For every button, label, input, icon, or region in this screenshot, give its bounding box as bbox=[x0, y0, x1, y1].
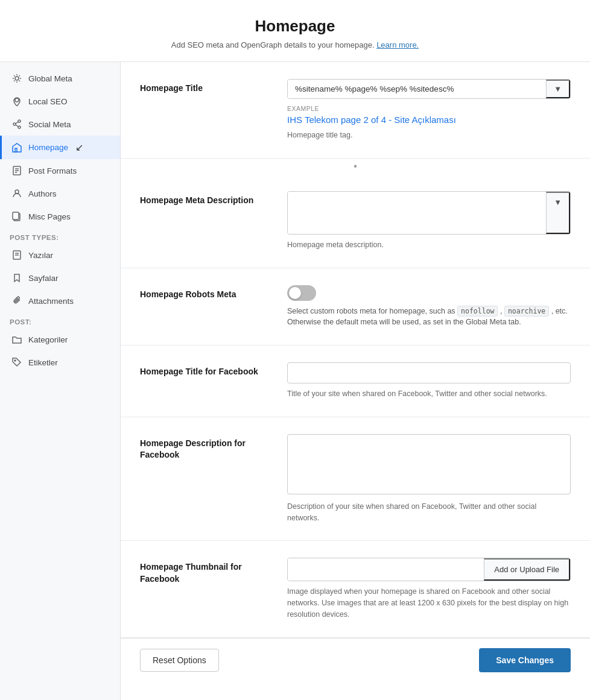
homepage-title-dropdown-btn[interactable]: ▼ bbox=[546, 80, 570, 98]
document2-icon bbox=[11, 250, 22, 260]
sidebar-item-authors[interactable]: Authors bbox=[0, 182, 120, 205]
homepage-title-section: Homepage Title ▼ EXAMPLE IHS Telekom pag… bbox=[121, 62, 590, 159]
homepage-fb-title-label: Homepage Title for Facebook bbox=[140, 367, 258, 376]
svg-point-2 bbox=[18, 120, 21, 122]
main-layout: Global Meta Local SEO Soc bbox=[0, 62, 590, 700]
homepage-title-input-group: ▼ bbox=[287, 79, 571, 99]
svg-point-18 bbox=[14, 360, 16, 361]
gear-icon bbox=[11, 73, 22, 84]
homepage-robots-meta-section: Homepage Robots Meta Select custom robot… bbox=[121, 268, 590, 346]
sidebar-label-etiketler: Etiketler bbox=[28, 358, 58, 367]
sidebar-label-post-formats: Post Formats bbox=[28, 166, 77, 175]
learn-more-link[interactable]: Learn more. bbox=[376, 40, 419, 49]
homepage-thumbnail-description: Image displayed when your homepage is sh… bbox=[287, 586, 571, 620]
sidebar-item-kategoriler[interactable]: Kategoriler bbox=[0, 328, 120, 351]
homepage-thumbnail-control: Add or Upload File Image displayed when … bbox=[287, 558, 571, 620]
page-subtitle: Add SEO meta and OpenGraph details to yo… bbox=[12, 40, 578, 49]
sidebar-label-attachments: Attachments bbox=[28, 297, 74, 306]
bookmark-icon bbox=[11, 273, 22, 283]
add-upload-file-button[interactable]: Add or Upload File bbox=[484, 558, 570, 581]
homepage-meta-desc-input-group: ▼ bbox=[287, 191, 571, 235]
sidebar-item-misc-pages[interactable]: Misc Pages bbox=[0, 205, 120, 228]
homepage-fb-title-label-col: Homepage Title for Facebook bbox=[140, 362, 273, 378]
toggle-thumb bbox=[289, 287, 301, 299]
home-icon bbox=[11, 142, 22, 153]
sidebar-item-attachments[interactable]: Attachments bbox=[0, 289, 120, 312]
document-icon bbox=[11, 165, 22, 176]
homepage-fb-desc-label: Homepage Description for Facebook bbox=[140, 438, 246, 460]
homepage-robots-label-col: Homepage Robots Meta bbox=[140, 285, 273, 301]
person-icon bbox=[11, 188, 22, 199]
robots-meta-toggle[interactable] bbox=[287, 285, 316, 301]
homepage-fb-title-section: Homepage Title for Facebook Title of you… bbox=[121, 345, 590, 417]
homepage-title-control: ▼ EXAMPLE IHS Telekom page 2 of 4 - Site… bbox=[287, 79, 571, 141]
dot-separator: • bbox=[121, 159, 590, 174]
attachment-icon bbox=[11, 295, 22, 306]
homepage-meta-desc-textarea[interactable] bbox=[288, 192, 546, 234]
homepage-thumbnail-section: Homepage Thumbnail for Facebook Add or U… bbox=[121, 541, 590, 637]
pages-icon bbox=[11, 211, 22, 222]
homepage-meta-desc-label: Homepage Meta Description bbox=[140, 195, 253, 205]
page-header: Homepage Add SEO meta and OpenGraph deta… bbox=[0, 0, 590, 62]
homepage-title-label: Homepage Title bbox=[140, 83, 203, 93]
sidebar-label-global-meta: Global Meta bbox=[28, 74, 72, 83]
homepage-meta-desc-label-col: Homepage Meta Description bbox=[140, 191, 273, 207]
homepage-fb-desc-textarea[interactable] bbox=[287, 434, 571, 494]
page-title: Homepage bbox=[12, 17, 578, 36]
sidebar-label-yazilar: Yazılar bbox=[28, 251, 53, 260]
sidebar-label-social-meta: Social Meta bbox=[28, 120, 71, 129]
homepage-fb-desc-control: Description of your site when shared on … bbox=[287, 434, 571, 524]
reset-options-button[interactable]: Reset Options bbox=[140, 649, 219, 672]
file-upload-group: Add or Upload File bbox=[287, 558, 571, 581]
homepage-title-description: Homepage title tag. bbox=[287, 130, 571, 141]
content-area: Homepage Title ▼ EXAMPLE IHS Telekom pag… bbox=[121, 62, 590, 700]
sidebar-item-local-seo[interactable]: Local SEO bbox=[0, 90, 120, 113]
homepage-title-label-col: Homepage Title bbox=[140, 79, 273, 95]
svg-line-6 bbox=[16, 125, 18, 127]
sidebar-label-misc-pages: Misc Pages bbox=[28, 212, 71, 221]
sidebar-item-homepage[interactable]: Homepage ↙ bbox=[0, 136, 120, 159]
save-changes-button[interactable]: Save Changes bbox=[479, 648, 571, 672]
robots-meta-description: Select custom robots meta for homepage, … bbox=[287, 306, 571, 329]
example-title: IHS Telekom page 2 of 4 - Site Açıklamas… bbox=[287, 115, 571, 125]
svg-line-5 bbox=[16, 122, 18, 124]
homepage-fb-desc-label-col: Homepage Description for Facebook bbox=[140, 434, 273, 461]
homepage-meta-desc-dropdown-btn[interactable]: ▼ bbox=[546, 192, 570, 234]
sidebar-item-post-formats[interactable]: Post Formats bbox=[0, 159, 120, 182]
svg-rect-14 bbox=[13, 212, 19, 219]
pin-icon bbox=[11, 96, 22, 107]
homepage-fb-title-input[interactable] bbox=[287, 362, 571, 383]
svg-point-3 bbox=[13, 123, 16, 125]
tag-icon bbox=[11, 357, 22, 368]
svg-point-4 bbox=[18, 126, 21, 128]
svg-rect-7 bbox=[15, 148, 17, 152]
svg-point-12 bbox=[15, 190, 19, 194]
noarchive-tag: noarchive bbox=[504, 306, 549, 317]
sidebar-item-etiketler[interactable]: Etiketler bbox=[0, 351, 120, 374]
homepage-thumbnail-label: Homepage Thumbnail for Facebook bbox=[140, 562, 242, 584]
sidebar-item-social-meta[interactable]: Social Meta bbox=[0, 113, 120, 136]
svg-point-1 bbox=[15, 98, 19, 102]
homepage-robots-control: Select custom robots meta for homepage, … bbox=[287, 285, 571, 329]
example-label: EXAMPLE bbox=[287, 105, 571, 112]
page-footer: Reset Options Save Changes bbox=[121, 638, 590, 682]
sidebar-label-local-seo: Local SEO bbox=[28, 97, 68, 106]
homepage-fb-title-control: Title of your site when shared on Facebo… bbox=[287, 362, 571, 400]
sidebar: Global Meta Local SEO Soc bbox=[0, 62, 121, 700]
share-icon bbox=[11, 119, 22, 130]
sidebar-item-sayfalar[interactable]: Sayfalar bbox=[0, 266, 120, 289]
sidebar-label-authors: Authors bbox=[28, 189, 57, 198]
file-input-area bbox=[288, 558, 484, 581]
sidebar-item-yazilar[interactable]: Yazılar bbox=[0, 244, 120, 266]
svg-point-0 bbox=[15, 77, 19, 80]
homepage-title-input[interactable] bbox=[288, 80, 546, 98]
sidebar-label-kategoriler: Kategoriler bbox=[28, 335, 68, 344]
cursor-indicator: ↙ bbox=[75, 142, 83, 153]
folder-icon bbox=[11, 334, 22, 345]
homepage-meta-desc-description: Homepage meta description. bbox=[287, 239, 571, 251]
homepage-meta-desc-section: Homepage Meta Description ▼ Homepage met… bbox=[121, 174, 590, 268]
homepage-fb-desc-section: Homepage Description for Facebook Descri… bbox=[121, 417, 590, 541]
sidebar-item-global-meta[interactable]: Global Meta bbox=[0, 67, 120, 90]
homepage-meta-desc-control: ▼ Homepage meta description. bbox=[287, 191, 571, 251]
homepage-robots-label: Homepage Robots Meta bbox=[140, 289, 236, 299]
